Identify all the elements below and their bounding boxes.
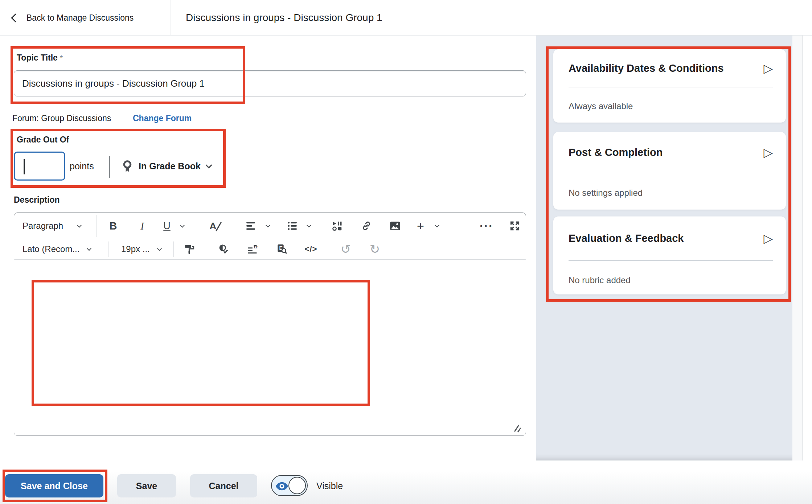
post-completion-panel: Post & Completion ▷ No settings applied [553,132,786,210]
availability-dates-panel-header[interactable]: Availability Dates & Conditions ▷ [569,49,773,87]
image-icon [390,221,401,231]
pen-slash [216,222,222,231]
chevron-down-icon [77,223,82,228]
panel-title: Post & Completion [569,146,663,158]
chevron-right-icon: ▷ [764,232,773,244]
accessibility-checker-button[interactable] [213,239,234,259]
panel-divider [569,173,773,173]
panel-title: Availability Dates & Conditions [569,62,724,74]
editor-toolbar-row-2: Lato (Recom... 19px ... [14,239,526,260]
fullscreen-button[interactable] [505,213,525,239]
cancel-button[interactable]: Cancel [190,474,257,497]
editor-toolbar-row-1: Paragraph B I U A [14,213,526,239]
required-asterisk: * [60,54,63,62]
chevron-down-icon [87,246,92,251]
visibility-label: Visible [316,474,343,497]
toolbar-separator [173,241,174,257]
visibility-toggle[interactable] [271,475,308,496]
chevron-down-icon [180,223,185,228]
in-grade-book-dropdown[interactable]: In Grade Book [122,152,211,181]
panel-status: No settings applied [569,188,773,198]
paint-roller-icon [185,244,194,254]
format-painter-button[interactable] [179,239,200,259]
toolbar-separator [233,215,233,237]
insert-stuff-icon [332,221,342,231]
font-size-dropdown[interactable]: 19px ... [114,239,170,259]
page-header: Back to Manage Discussions Discussions i… [0,0,812,36]
forum-text: Forum: Group Discussions [12,112,111,125]
chevron-down-icon [157,246,162,251]
bullet-list-icon [288,222,297,230]
toolbar-separator [461,215,461,237]
eye-icon [276,482,288,491]
page-title: Discussions in groups - Discussion Group… [186,0,382,36]
grade-out-of-label: Grade Out Of [17,135,69,145]
source-code-button[interactable]: </> [301,239,321,259]
description-editor: Paragraph B I U A [14,212,526,436]
text-caret [24,159,25,174]
insert-more-button[interactable]: + [413,213,428,239]
toolbar-separator [108,241,108,257]
toolbar-separator [97,215,97,237]
grade-divider [109,156,110,178]
editor-resize-handle[interactable] [513,423,522,433]
more-actions-button[interactable]: ••• [476,213,496,239]
chevron-right-icon: ▷ [764,146,773,158]
insert-more-dropdown[interactable] [431,213,442,239]
description-label: Description [14,195,60,205]
description-editor-body[interactable] [14,260,526,436]
grade-book-medal-icon [122,160,133,173]
grade-points-input[interactable] [14,152,65,181]
align-options-dropdown[interactable] [262,213,273,239]
underline-button[interactable]: U [159,213,175,239]
paragraph-format-dropdown[interactable]: Paragraph [18,213,96,239]
action-footer: Save and Close Save Cancel Visible [0,460,812,504]
chevron-down-icon [307,223,311,228]
insert-image-button[interactable] [385,213,405,239]
redo-button[interactable]: ↻ [365,239,385,259]
toolbar-separator [334,241,334,257]
line-spacing-button[interactable]: 123 [243,239,263,259]
text-align-button[interactable] [240,213,262,239]
toggle-knob[interactable] [288,477,306,494]
italic-button[interactable]: I [132,213,152,239]
points-label: points [70,152,94,181]
panel-divider [569,87,773,87]
chevron-right-icon: ▷ [764,62,773,74]
list-button[interactable] [282,213,303,239]
bold-button[interactable]: B [103,213,123,239]
change-forum-link[interactable]: Change Forum [133,112,192,125]
insert-stuff-button[interactable] [327,213,347,239]
insert-link-button[interactable] [356,213,377,239]
header-divider [171,0,171,35]
back-chevron-icon [11,13,20,22]
save-button[interactable]: Save [117,474,176,497]
evaluation-feedback-panel-header[interactable]: Evaluation & Feedback ▷ [569,216,773,260]
list-options-dropdown[interactable] [303,213,314,239]
line-spacing-icon: 123 [247,244,258,254]
save-and-close-button[interactable]: Save and Close [5,474,103,497]
preview-button[interactable]: E [272,239,292,259]
evaluation-feedback-panel: Evaluation & Feedback ▷ No rubric added [553,216,786,294]
undo-button[interactable]: ↺ [336,239,356,259]
post-completion-panel-header[interactable]: Post & Completion ▷ [569,132,773,173]
back-to-manage-discussions-link[interactable]: Back to Manage Discussions [11,0,134,36]
scrollbar-gutter [792,36,802,460]
underline-options-dropdown[interactable] [177,213,188,239]
link-icon [361,221,372,231]
preview-icon: E [277,244,287,254]
undo-icon: ↺ [341,242,351,256]
chevron-down-icon [435,223,439,228]
panel-status: No rubric added [569,275,773,285]
panel-divider [569,260,773,261]
in-grade-book-label: In Grade Book [139,161,201,172]
panel-title: Evaluation & Feedback [569,232,684,244]
toolbar-separator [326,215,326,237]
redo-icon: ↻ [370,242,380,256]
font-family-dropdown[interactable]: Lato (Recom... [18,239,108,259]
topic-title-input[interactable] [14,70,526,96]
availability-dates-panel: Availability Dates & Conditions ▷ Always… [553,49,786,123]
fullscreen-icon [510,221,520,231]
font-color-button[interactable]: A [203,213,223,239]
chevron-down-icon [266,223,270,228]
